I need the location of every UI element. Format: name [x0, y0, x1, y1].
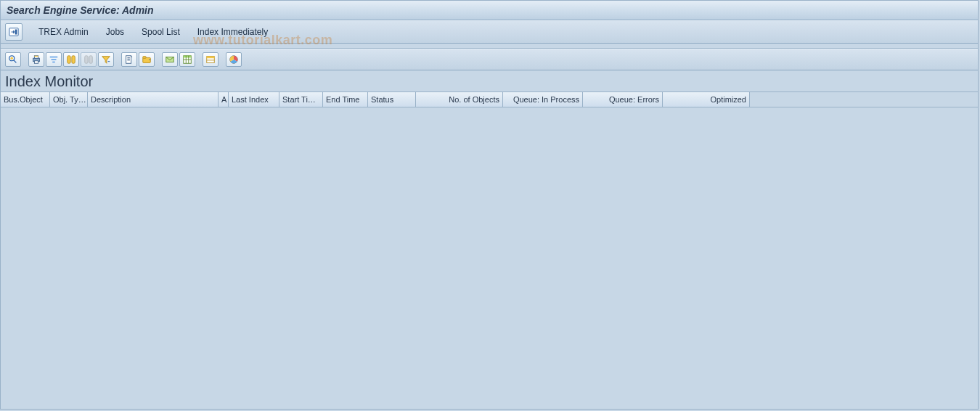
- svg-rect-15: [126, 56, 131, 64]
- col-end-time[interactable]: End Time: [323, 92, 368, 107]
- find-next-icon[interactable]: [81, 52, 97, 67]
- col-queue-errors[interactable]: Queue: Errors: [583, 92, 663, 107]
- menu-jobs[interactable]: Jobs: [99, 24, 131, 40]
- col-a[interactable]: A: [219, 92, 229, 107]
- grid-header: Bus.Object Obj. Ty… Description A Last I…: [1, 91, 978, 107]
- col-description[interactable]: Description: [88, 92, 219, 107]
- col-optimized[interactable]: Optimized: [663, 92, 750, 107]
- svg-rect-9: [52, 59, 57, 60]
- col-queue-in-process[interactable]: Queue: In Process: [503, 92, 583, 107]
- svg-rect-13: [85, 56, 88, 64]
- svg-rect-20: [184, 56, 192, 58]
- menu-trex-admin[interactable]: TREX Admin: [31, 24, 96, 40]
- details-icon[interactable]: [5, 52, 21, 67]
- find-icon[interactable]: [63, 52, 79, 67]
- alv-toolbar: [1, 49, 978, 70]
- app-window: Search Engine Service: Admin TREX Admin …: [0, 0, 979, 410]
- spacer: [1, 44, 978, 49]
- title-bar: Search Engine Service: Admin: [1, 1, 978, 20]
- layout-icon[interactable]: [203, 52, 219, 67]
- svg-point-3: [11, 57, 14, 60]
- col-status[interactable]: Status: [368, 92, 416, 107]
- spreadsheet-icon[interactable]: [179, 52, 195, 67]
- section-heading: Index Monitor: [1, 70, 978, 91]
- local-file-icon[interactable]: [139, 52, 155, 67]
- col-last-index[interactable]: Last Index: [229, 92, 279, 107]
- svg-rect-22: [207, 57, 215, 59]
- col-start-time[interactable]: Start Ti…: [279, 92, 323, 107]
- set-filter-icon[interactable]: [98, 52, 114, 67]
- svg-rect-7: [34, 56, 38, 57]
- col-bus-object[interactable]: Bus.Object: [1, 92, 50, 107]
- execute-icon[interactable]: [5, 23, 23, 41]
- col-obj-type[interactable]: Obj. Ty…: [50, 92, 88, 107]
- svg-rect-11: [68, 56, 70, 64]
- svg-rect-6: [34, 61, 38, 64]
- svg-rect-14: [89, 56, 92, 64]
- menu-index-immediately[interactable]: Index Immediately: [190, 24, 275, 40]
- page-title: Search Engine Service: Admin: [7, 4, 154, 16]
- svg-rect-12: [72, 56, 75, 64]
- svg-rect-10: [52, 62, 55, 63]
- menu-spool-list[interactable]: Spool List: [134, 24, 187, 40]
- svg-rect-8: [50, 57, 58, 58]
- function-bar: TREX Admin Jobs Spool List Index Immedia…: [1, 20, 978, 44]
- print-icon[interactable]: [28, 52, 44, 67]
- svg-rect-1: [15, 30, 17, 35]
- export-icon[interactable]: [121, 52, 137, 67]
- graphic-icon[interactable]: [226, 52, 242, 67]
- col-no-of-objects[interactable]: No. of Objects: [416, 92, 503, 107]
- mail-icon[interactable]: [162, 52, 178, 67]
- svg-rect-17: [143, 57, 146, 59]
- filter-icon[interactable]: [46, 52, 62, 67]
